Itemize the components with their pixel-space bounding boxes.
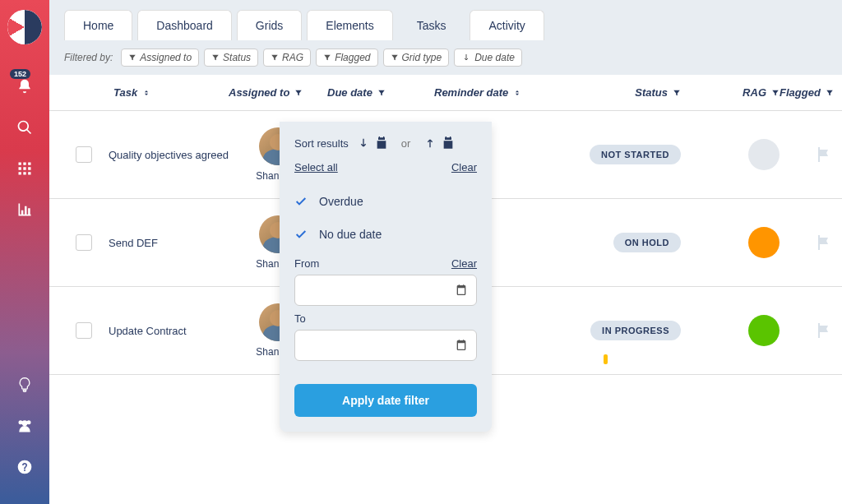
sort-desc[interactable] xyxy=(357,136,388,150)
tab-tasks[interactable]: Tasks xyxy=(398,10,465,40)
main-content: Home Dashboard Grids Elements Tasks Acti… xyxy=(49,0,842,504)
col-status[interactable]: Status xyxy=(566,86,681,99)
notifications-icon[interactable]: 152 xyxy=(0,66,49,107)
sort-label: Sort results xyxy=(294,137,349,150)
col-due[interactable]: Due date xyxy=(327,86,434,99)
chip-assigned[interactable]: Assigned to xyxy=(121,49,199,67)
chip-status[interactable]: Status xyxy=(204,49,258,67)
or-label: or xyxy=(401,137,411,150)
option-overdue[interactable]: Overdue xyxy=(294,185,477,218)
table-header: Task Assigned to Due date Reminder date … xyxy=(49,75,842,111)
row-checkbox[interactable] xyxy=(76,322,92,339)
filter-bar: Filtered by: Assigned to Status RAG Flag… xyxy=(49,40,842,75)
help-icon[interactable] xyxy=(0,446,49,488)
clear-link[interactable]: Clear xyxy=(451,161,477,173)
flag-icon[interactable] xyxy=(814,233,834,252)
col-assigned[interactable]: Assigned to xyxy=(229,86,327,99)
tab-grids[interactable]: Grids xyxy=(237,10,302,40)
chip-flagged[interactable]: Flagged xyxy=(316,49,377,67)
col-flagged[interactable]: Flagged xyxy=(780,86,840,99)
rag-indicator xyxy=(748,139,780,170)
col-reminder[interactable]: Reminder date xyxy=(434,86,566,99)
tab-activity[interactable]: Activity xyxy=(470,10,544,40)
tab-home[interactable]: Home xyxy=(64,10,132,40)
apply-filter-button[interactable]: Apply date filter xyxy=(294,384,477,417)
tab-elements[interactable]: Elements xyxy=(307,10,392,40)
status-badge: NOT STARTED xyxy=(590,145,681,164)
col-rag[interactable]: RAG xyxy=(681,86,780,99)
chip-duedate[interactable]: Due date xyxy=(454,49,522,67)
sort-asc[interactable] xyxy=(423,136,455,150)
check-icon xyxy=(294,228,308,241)
row-checkbox[interactable] xyxy=(76,234,92,251)
filter-label: Filtered by: xyxy=(64,52,113,63)
task-name[interactable]: Send DEF xyxy=(109,237,229,249)
option-no-due[interactable]: No due date xyxy=(294,218,477,251)
tab-dashboard[interactable]: Dashboard xyxy=(137,10,232,40)
due-date-filter-popover: Sort results or Select all Clear Overdue… xyxy=(280,122,492,432)
chart-icon[interactable] xyxy=(0,189,49,230)
flag-icon[interactable] xyxy=(814,321,834,340)
select-all-link[interactable]: Select all xyxy=(294,161,338,173)
grid-icon[interactable] xyxy=(0,148,49,189)
to-label: To xyxy=(294,312,477,325)
sort-row: Sort results or xyxy=(294,136,477,150)
top-tabs: Home Dashboard Grids Elements Tasks Acti… xyxy=(49,0,842,40)
chip-rag[interactable]: RAG xyxy=(263,49,311,67)
app-logo[interactable] xyxy=(7,10,42,44)
rag-indicator xyxy=(748,315,780,346)
lightbulb-icon[interactable] xyxy=(0,364,49,405)
flag-icon[interactable] xyxy=(814,145,834,164)
to-date-input[interactable] xyxy=(294,330,477,361)
from-date-input[interactable] xyxy=(294,275,477,306)
notification-badge: 152 xyxy=(10,69,30,79)
users-icon[interactable] xyxy=(0,405,49,446)
task-name[interactable]: Quality objectives agreed xyxy=(109,149,229,161)
status-badge: ON HOLD xyxy=(613,233,681,252)
search-icon[interactable] xyxy=(0,107,49,148)
calendar-icon xyxy=(455,339,468,352)
status-badge: IN PROGRESS xyxy=(590,321,681,340)
rag-indicator xyxy=(748,227,780,258)
row-checkbox[interactable] xyxy=(76,146,92,163)
clear-from-link[interactable]: Clear xyxy=(451,257,477,270)
sidebar-bottom xyxy=(0,364,49,488)
task-name[interactable]: Update Contract xyxy=(109,325,229,337)
chip-gridtype[interactable]: Grid type xyxy=(383,49,450,67)
calendar-icon xyxy=(455,284,468,297)
sidebar: 152 xyxy=(0,0,49,504)
progress-accent xyxy=(604,354,608,364)
check-icon xyxy=(294,195,308,208)
from-label: From Clear xyxy=(294,257,477,270)
col-task[interactable]: Task xyxy=(64,86,229,99)
